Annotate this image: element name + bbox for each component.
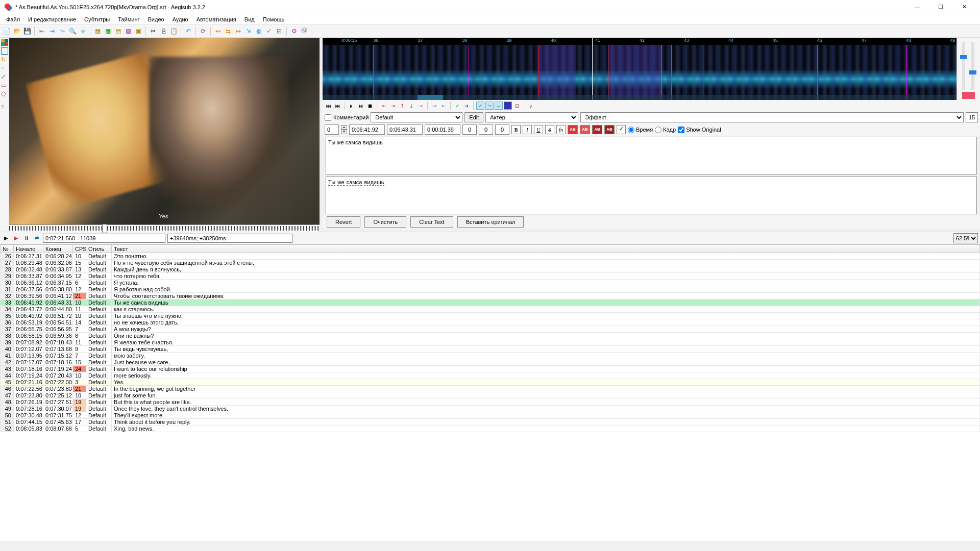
col-style[interactable]: Стиль (86, 245, 112, 253)
clear-button[interactable]: Очистить (364, 216, 406, 228)
edit-style-button[interactable]: Edit (464, 112, 483, 122)
audio-leadout-icon[interactable]: ⤚ (439, 102, 448, 110)
maximize-button[interactable]: ☐ (929, 0, 952, 14)
edit-textarea[interactable]: Ты же самса видишь (326, 137, 977, 174)
table-row[interactable]: 260:06:27.310:06:28.2410DefaultЭто понят… (1, 253, 980, 260)
table-row[interactable]: 300:06:36.120:06:37.156DefaultЯ устала. (1, 280, 980, 286)
style-mgr-icon[interactable]: ▩ (124, 27, 133, 36)
show-original-check[interactable]: Show Original (678, 127, 721, 133)
col-cps[interactable]: CPS (73, 245, 86, 253)
table-row[interactable]: 480:07:26.190:07:27.5119DefaultBut this … (1, 399, 980, 406)
layer-input[interactable] (325, 124, 339, 135)
color1-button[interactable]: AB (568, 125, 578, 134)
menu-вид[interactable]: Вид (240, 15, 259, 23)
crosshair-icon[interactable] (1, 39, 8, 46)
table-row[interactable]: 320:06:39.560:06:41.1221DefaultЧтобы соо… (1, 293, 980, 299)
audio-volume-slider[interactable] (971, 42, 974, 90)
resample-icon[interactable]: ⚙ (289, 27, 299, 36)
cut-icon[interactable]: ✂ (149, 27, 158, 36)
table-row[interactable]: 380:06:58.150:06:59.368DefaultОни не важ… (1, 333, 980, 339)
effect-select[interactable]: Эффект (580, 112, 964, 122)
video-position[interactable] (43, 234, 165, 243)
audio-leadin-icon[interactable]: ⤙ (430, 102, 438, 110)
sel-visible-icon[interactable]: ▦ (103, 27, 112, 36)
translation-icon[interactable]: ⊟ (275, 27, 284, 36)
margin-l-input[interactable] (462, 124, 477, 135)
pause-icon[interactable]: ⏸ (22, 234, 31, 242)
attach-icon[interactable]: ▣ (134, 27, 143, 36)
play-icon[interactable]: ▶ (2, 234, 10, 242)
underline-button[interactable]: U (534, 125, 543, 134)
end-time-input[interactable] (387, 124, 423, 135)
video-frame[interactable]: Yes. (9, 38, 320, 224)
table-row[interactable]: 450:07:21.160:07:22.003DefaultYes. (1, 379, 980, 386)
font-button[interactable]: fn (556, 125, 566, 134)
table-row[interactable]: 400:07:12.070:07:13.689DefaultТы ведь чу… (1, 346, 980, 353)
subtitle-grid[interactable]: № Начало Конец CPS Стиль Текст 260:06:27… (0, 244, 980, 541)
table-row[interactable]: 280:06:32.480:06:33.8713DefaultКаждый де… (1, 266, 980, 273)
table-row[interactable]: 420:07:17.070:07:18.1615DefaultJust beca… (1, 359, 980, 366)
audio-play-to-end-icon[interactable]: ⇢ (416, 102, 425, 110)
col-start[interactable]: Начало (14, 245, 43, 253)
spellcheck-icon[interactable]: ✓ (264, 27, 274, 36)
audio-play-first-icon[interactable]: ⤒ (398, 102, 406, 110)
table-row[interactable]: 340:06:43.720:06:44.8011Defaultкак я ста… (1, 306, 980, 313)
table-row[interactable]: 350:06:49.920:06:51.7210DefaultТы знаешь… (1, 313, 980, 319)
table-row[interactable]: 410:07:13.950:07:15.127Defaultмою заботу… (1, 353, 980, 359)
audio-medusa-icon[interactable]: ⊟ (513, 102, 521, 110)
table-row[interactable]: 520:08:05.830:08:07.685DefaultXing, bad … (1, 425, 980, 432)
shift-left-icon[interactable]: ↤ (213, 27, 223, 36)
paste-original-button[interactable]: Вставить оригинал (457, 216, 524, 228)
clear-text-button[interactable]: Clear Text (410, 216, 453, 228)
menu-автоматизация[interactable]: Автоматизация (192, 15, 240, 23)
table-row[interactable]: 430:07:18.160:07:19.2424DefaultI want to… (1, 366, 980, 372)
start-time-input[interactable] (349, 124, 385, 135)
menu-файл[interactable]: Файл (2, 15, 24, 23)
toggle-autoscroll-icon[interactable]: ⇄ (33, 234, 41, 242)
table-row[interactable]: 290:06:33.870:06:34.9512Defaultчто потер… (1, 273, 980, 280)
commit-button[interactable]: ✓ (617, 125, 626, 134)
style-select[interactable]: Default (371, 112, 462, 122)
table-row[interactable]: 500:07:30.480:07:31.7512DefaultThey'll e… (1, 412, 980, 419)
col-text[interactable]: Текст (112, 245, 980, 253)
audio-play-sel-icon[interactable]: ⏯ (357, 102, 365, 110)
audio-goto-icon[interactable]: ➜ (462, 102, 471, 110)
video-jump-icon[interactable]: ⎆ (78, 27, 87, 36)
scale-icon[interactable]: ⤢ (1, 73, 8, 81)
cycle-icon[interactable]: ⟳ (199, 27, 208, 36)
audio-commit-icon[interactable]: ✓ (453, 102, 461, 110)
audio-autoscroll-icon[interactable]: ↔ (495, 102, 503, 110)
audio-autonext-icon[interactable]: ⤳ (485, 102, 494, 110)
shift-icon[interactable]: ▤ (113, 27, 122, 36)
bold-button[interactable]: B (511, 125, 521, 134)
time-radio[interactable]: Время (628, 127, 653, 133)
audio-play-last-icon[interactable]: ⤓ (407, 102, 415, 110)
original-textarea[interactable]: Тыжесамсавидишь (326, 177, 977, 214)
menu-субтитры[interactable]: Субтитры (80, 15, 114, 23)
italic-button[interactable]: I (523, 125, 532, 134)
shift-right-icon[interactable]: ↦ (234, 27, 243, 36)
table-row[interactable]: 460:07:22.560:07:23.8021DefaultIn the be… (1, 386, 980, 392)
rotate-xy-icon[interactable]: ○ (1, 65, 8, 72)
snap-icon[interactable]: ⤳ (58, 27, 67, 36)
audio-autocommit-icon[interactable]: ✓ (476, 102, 484, 110)
color3-button[interactable]: AB (592, 125, 602, 134)
frame-radio[interactable]: Кадр (655, 127, 676, 133)
audio-zoom-slider[interactable] (962, 42, 965, 90)
close-button[interactable]: ✕ (952, 0, 976, 14)
video-seekbar[interactable] (9, 224, 320, 232)
shift-time-icon[interactable]: ⇆ (224, 27, 233, 36)
duration-input[interactable] (425, 124, 460, 135)
menu-тайминг[interactable]: Тайминг (114, 15, 143, 23)
menu-аудио[interactable]: Аудио (168, 15, 192, 23)
menu-видео[interactable]: Видео (143, 15, 168, 23)
col-end[interactable]: Конец (43, 245, 73, 253)
zoom-icon[interactable]: 🔍 (68, 27, 77, 36)
color2-button[interactable]: AB (580, 125, 590, 134)
jump-start-icon[interactable]: ⇤ (37, 27, 46, 36)
audio-scrollbar[interactable] (323, 95, 957, 100)
video-zoom-select[interactable]: 62.5% (953, 233, 978, 243)
menu-и редактирование[interactable]: И редактирование (24, 15, 80, 23)
table-row[interactable]: 330:06:41.920:06:43.3110DefaultТы же сам… (1, 299, 980, 306)
open-icon[interactable]: 📂 (12, 27, 21, 36)
